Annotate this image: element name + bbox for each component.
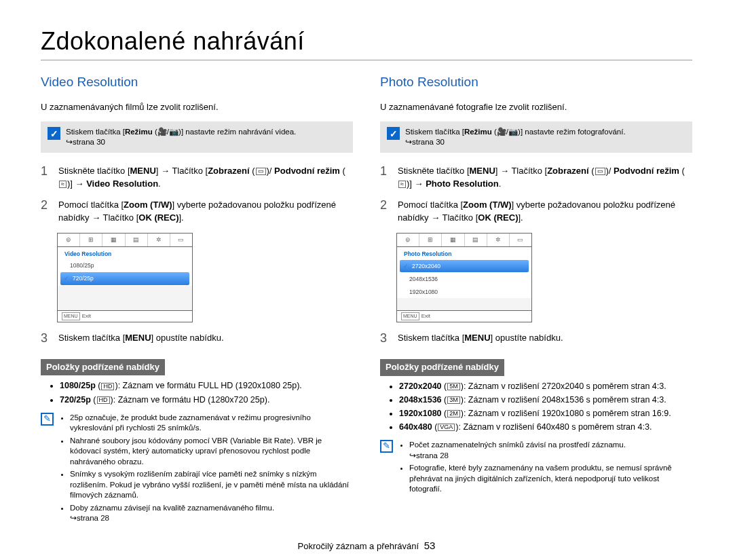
- menu-title: Photo Resolution: [397, 247, 531, 259]
- display-icon: ▭: [595, 168, 605, 175]
- step-body: Stiskněte tlačítko [MENU] → Tlačítko [Zo…: [398, 165, 692, 191]
- tab-icon: ▭: [510, 234, 531, 246]
- step-number: 2: [380, 199, 391, 225]
- menu-item-selected: 2720x2040: [400, 260, 529, 272]
- step-body: Pomocí tlačítka [Zoom (T/W)] vyberte pož…: [58, 199, 353, 225]
- note-text: Stiskem tlačítka [Režimu (🎥/📷)] nastavte…: [405, 127, 626, 147]
- menu-item: 1920x1080: [397, 286, 531, 298]
- step-2: 2 Pomocí tlačítka [Zoom (T/W)] vyberte p…: [380, 199, 692, 225]
- list-item: 25p označuje, že produkt bude zaznamenáv…: [70, 413, 353, 434]
- section-heading-video: Video Resolution: [41, 73, 353, 92]
- document-page: Zdokonalené nahrávání Video Resolution U…: [0, 0, 733, 558]
- menu-button-label: MENU: [401, 312, 419, 320]
- tab-icon: ⊞: [80, 234, 102, 246]
- tab-icon: ✲: [487, 234, 510, 246]
- page-footer: Pokročilý záznam a přehrávání 53: [41, 540, 692, 551]
- list-item: Nahrané soubory jsou kódovány pomocí VBR…: [70, 436, 353, 468]
- two-column-layout: Video Resolution U zaznamenávaných filmů…: [41, 73, 692, 526]
- step-body: Stiskněte tlačítko [MENU] → Tlačítko [Zo…: [58, 165, 353, 191]
- tab-icon: ▭: [170, 234, 192, 246]
- step-1: 1 Stiskněte tlačítko [MENU] → Tlačítko […: [380, 165, 692, 191]
- tab-icon: ✲: [148, 234, 170, 246]
- menu-item-selected: 720/25p: [60, 272, 189, 284]
- list-item: 1080/25p (HD): Záznam ve formátu FULL HD…: [60, 379, 353, 392]
- step-2: 2 Pomocí tlačítka [Zoom (T/W)] vyberte p…: [41, 199, 353, 225]
- list-item: Doby záznamu závisejí na kvalitě zazname…: [70, 503, 353, 524]
- menu-item: 2048x1536: [397, 273, 531, 285]
- submenu-items-list: 1080/25p (HD): Záznam ve formátu FULL HD…: [41, 379, 353, 405]
- page-title: Zdokonalené nahrávání: [41, 27, 692, 56]
- res-icon: 3M: [447, 396, 460, 404]
- menu-tab-bar: ⊚ ⊞ ▦ ▤ ✲ ▭: [397, 234, 531, 247]
- menu-placeholder-area: [58, 286, 192, 310]
- step-number: 1: [41, 165, 52, 191]
- tab-icon: ⊚: [397, 234, 419, 246]
- check-icon: ✓: [48, 127, 60, 140]
- pencil-icon: ✎: [41, 413, 54, 426]
- intro-text: U zaznamenávaných filmů lze zvolit rozli…: [41, 101, 353, 114]
- res-icon: HD: [97, 396, 110, 404]
- res-icon: 2M: [447, 410, 460, 417]
- tab-icon: ▦: [442, 234, 464, 246]
- list-item: 1920x1080 (2M): Záznam v rozlišení 1920x…: [399, 407, 692, 419]
- tips-block: ✎ 25p označuje, že produkt bude zaznamen…: [41, 413, 353, 526]
- list-item: Fotografie, které byly zaznamenány na va…: [409, 463, 692, 495]
- res-icon: HD: [101, 383, 114, 390]
- menu-button-label: MENU: [62, 312, 80, 320]
- res-icon: 5M: [447, 383, 460, 390]
- mode-note-box: ✓ Stiskem tlačítka [Režimu (🎥/📷)] nastav…: [380, 122, 692, 153]
- list-item: Počet zaznamenatelných snímků závisí na …: [409, 440, 692, 461]
- section-heading-photo: Photo Resolution: [380, 73, 692, 92]
- menu-exit-row: MENUExit: [58, 310, 192, 322]
- page-number: 53: [424, 540, 436, 551]
- step-body: Stiskem tlačítka [MENU] opustíte nabídku…: [58, 332, 353, 346]
- tab-icon: ⊚: [58, 234, 80, 246]
- step-number: 3: [41, 332, 52, 346]
- camera-menu-screenshot: ⊚ ⊞ ▦ ▤ ✲ ▭ Video Resolution 1080/25p 72…: [57, 233, 193, 322]
- list-item: 720/25p (HD): Záznam ve formátu HD (1280…: [60, 394, 353, 406]
- submenu-heading: Položky podřízené nabídky: [380, 359, 504, 376]
- left-column: Video Resolution U zaznamenávaných filmů…: [41, 73, 353, 526]
- list-item: Snímky s vysokým rozlišením zabírají víc…: [70, 469, 353, 501]
- tab-icon: ⊞: [419, 234, 442, 246]
- tips-block: ✎ Počet zaznamenatelných snímků závisí n…: [380, 440, 692, 497]
- right-column: Photo Resolution U zaznamenávané fotogra…: [380, 73, 692, 526]
- menu-title: Video Resolution: [58, 247, 192, 259]
- tab-icon: ▤: [126, 234, 148, 246]
- menu-tab-bar: ⊚ ⊞ ▦ ▤ ✲ ▭: [58, 234, 192, 247]
- submenu-heading: Položky podřízené nabídky: [41, 359, 165, 376]
- step-number: 3: [380, 332, 391, 346]
- tab-icon: ▤: [465, 234, 487, 246]
- step-3: 3 Stiskem tlačítka [MENU] opustíte nabíd…: [380, 332, 692, 346]
- divider: [41, 60, 692, 60]
- pencil-icon: ✎: [380, 440, 393, 453]
- underwater-icon: ≈: [59, 181, 67, 188]
- check-icon: ✓: [387, 127, 400, 140]
- step-number: 2: [41, 199, 52, 225]
- tab-icon: ▦: [102, 234, 125, 246]
- mode-note-box: ✓ Stiskem tlačítka [Režimu (🎥/📷)] nastav…: [41, 122, 353, 153]
- step-number: 1: [380, 165, 391, 191]
- tips-list: Počet zaznamenatelných snímků závisí na …: [398, 440, 692, 497]
- res-icon: VGA: [438, 424, 455, 431]
- list-item: 2720x2040 (5M): Záznam v rozlišení 2720x…: [399, 380, 692, 392]
- note-text: Stiskem tlačítka [Režimu (🎥/📷)] nastavte…: [66, 127, 296, 147]
- submenu-items-list: 2720x2040 (5M): Záznam v rozlišení 2720x…: [380, 380, 692, 434]
- list-item: 640x480 (VGA): Záznam v rozlišení 640x48…: [399, 421, 692, 433]
- menu-item: 1080/25p: [58, 259, 192, 272]
- menu-placeholder-area: [397, 298, 531, 310]
- menu-exit-row: MENUExit: [397, 310, 531, 322]
- camera-menu-screenshot: ⊚ ⊞ ▦ ▤ ✲ ▭ Photo Resolution 2720x2040 2…: [396, 233, 532, 322]
- display-icon: ▭: [256, 168, 266, 175]
- list-item: 2048x1536 (3M): Záznam v rozlišení 2048x…: [399, 394, 692, 406]
- step-body: Pomocí tlačítka [Zoom (T/W)] vyberte pož…: [398, 199, 692, 225]
- step-body: Stiskem tlačítka [MENU] opustíte nabídku…: [398, 332, 692, 346]
- step-3: 3 Stiskem tlačítka [MENU] opustíte nabíd…: [41, 332, 353, 346]
- step-1: 1 Stiskněte tlačítko [MENU] → Tlačítko […: [41, 165, 353, 191]
- intro-text: U zaznamenávané fotografie lze zvolit ro…: [380, 101, 692, 114]
- tips-list: 25p označuje, že produkt bude zaznamenáv…: [59, 413, 353, 526]
- underwater-icon: ≈: [398, 181, 406, 188]
